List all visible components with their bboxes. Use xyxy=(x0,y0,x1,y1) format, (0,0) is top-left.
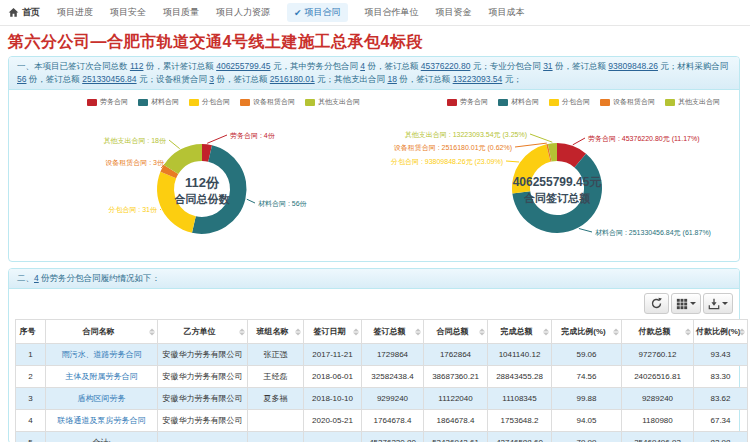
contract-name-link[interactable]: 联络通道及泵房劳务合同 xyxy=(46,410,158,432)
contract-count-donut-chart[interactable]: 劳务合同 : 4份材料合同 : 56份分包合同 : 31份设备租赁合同 : 3份… xyxy=(9,108,375,258)
sort-carets-icon[interactable] xyxy=(685,328,691,335)
label-leader-line xyxy=(160,209,161,210)
table-cell: 24026516.81 xyxy=(622,366,694,388)
sort-carets-icon[interactable] xyxy=(149,328,155,335)
contract-name-link[interactable]: 雨污水、道路劳务合同 xyxy=(46,344,158,366)
legend-item-1[interactable]: 材料合同 xyxy=(498,97,539,107)
summary-text-part: 份，累计签订总额 xyxy=(143,61,216,71)
table-cell: 1 xyxy=(16,344,46,366)
column-header-4[interactable]: 签订日期 xyxy=(304,320,362,344)
column-header-9[interactable]: 付款总额 xyxy=(622,320,694,344)
nav-item-0[interactable]: 项目进度 xyxy=(57,6,93,19)
legend-swatch xyxy=(498,99,508,106)
legend-item-2[interactable]: 分包合同 xyxy=(549,97,590,107)
contract-name-link[interactable]: 主体及附属劳务合同 xyxy=(46,366,158,388)
refresh-button[interactable] xyxy=(644,293,669,314)
nav-item-4[interactable]: ✔项目合同 xyxy=(287,3,348,22)
table-toolbar xyxy=(644,293,733,314)
legend-label: 其他支出合同 xyxy=(678,97,720,107)
legend-label: 劳务合同 xyxy=(100,97,128,107)
donut-center-title: 合同签订总额 xyxy=(523,192,591,205)
sort-carets-icon[interactable] xyxy=(295,328,301,335)
legend-swatch xyxy=(240,99,250,106)
legend-label: 分包合同 xyxy=(562,97,590,107)
summary-number-link[interactable]: 251330456.84 xyxy=(82,74,136,84)
summary-text-part: 元；其他支出合同 xyxy=(315,74,388,84)
column-header-6[interactable]: 合同总额 xyxy=(424,320,488,344)
summary-number-link[interactable]: 93809848.26 xyxy=(608,61,658,71)
nav-item-1[interactable]: 项目安全 xyxy=(110,6,146,19)
legend-item-2[interactable]: 分包合同 xyxy=(189,97,230,107)
summary-number-link[interactable]: 2516180.01 xyxy=(270,74,315,84)
slice-label: 设备租赁合同 : 2516180.01元 (0.62%) xyxy=(394,144,512,152)
sort-carets-icon[interactable] xyxy=(239,328,245,335)
table-cell: 2020-05-21 xyxy=(304,410,362,432)
summary-text-part: 元；材料采购合同 xyxy=(658,61,728,71)
home-link[interactable]: 首页 xyxy=(8,6,40,19)
columns-button[interactable] xyxy=(671,293,701,314)
sort-carets-icon[interactable] xyxy=(415,328,421,335)
table-cell: 82.98 xyxy=(694,432,748,442)
contracts-summary-text: 一、本项目已签订次合同总数 112 份，累计签订总额 406255799.45 … xyxy=(9,57,739,90)
sort-carets-icon[interactable] xyxy=(739,328,745,335)
sort-carets-icon[interactable] xyxy=(353,328,359,335)
table-cell: 1041140.12 xyxy=(488,344,552,366)
column-header-7[interactable]: 完成总额 xyxy=(488,320,552,344)
contract-amount-donut-chart[interactable]: 劳务合同 : 45376220.80元 (11.17%)材料合同 : 25133… xyxy=(375,108,740,258)
sort-carets-icon[interactable] xyxy=(613,328,619,335)
table-cell: 32582438.4 xyxy=(362,366,424,388)
table-cell: 安徽华力劳务有限公司 xyxy=(158,344,248,366)
home-icon xyxy=(8,7,19,18)
legend-item-3[interactable]: 设备租赁合同 xyxy=(600,97,655,107)
column-header-1[interactable]: 合同名称 xyxy=(46,320,158,344)
summary-number-link[interactable]: 13223093.54 xyxy=(453,74,503,84)
nav-item-6[interactable]: 项目资金 xyxy=(436,6,472,19)
export-button[interactable] xyxy=(703,293,733,314)
table-row-2: 3盾构区间劳务安徽华力劳务有限公司夏多福2018-10-109299240111… xyxy=(16,388,748,410)
slice-label: 其他支出合同 : 13223093.54元 (3.25%) xyxy=(405,131,527,139)
label-leader-line xyxy=(506,161,519,162)
summary-text-part: 份劳务分包合同履约情况如下： xyxy=(39,273,160,283)
nav-item-label: 项目质量 xyxy=(163,6,199,19)
nav-item-5[interactable]: 项目合作单位 xyxy=(365,6,419,19)
legend-swatch xyxy=(600,99,610,106)
legend-item-0[interactable]: 劳务合同 xyxy=(447,97,488,107)
legend-item-4[interactable]: 其他支出合同 xyxy=(665,97,720,107)
nav-item-2[interactable]: 项目质量 xyxy=(163,6,199,19)
legend-item-3[interactable]: 设备租赁合同 xyxy=(240,97,295,107)
column-header-8[interactable]: 完成比例(%) xyxy=(552,320,622,344)
legend-item-1[interactable]: 材料合同 xyxy=(138,97,179,107)
summary-number-link[interactable]: 45376220.80 xyxy=(421,61,471,71)
table-cell: 合计: xyxy=(46,432,158,442)
legend-label: 劳务合同 xyxy=(460,97,488,107)
sort-carets-icon[interactable] xyxy=(543,328,549,335)
column-header-5[interactable]: 签订总额 xyxy=(362,320,424,344)
summary-number-link[interactable]: 406255799.45 xyxy=(216,61,270,71)
nav-item-3[interactable]: 项目人力资源 xyxy=(216,6,270,19)
summary-number-link[interactable]: 31 xyxy=(543,61,552,71)
nav-item-7[interactable]: 项目成本 xyxy=(489,6,525,19)
column-header-3[interactable]: 班组名称 xyxy=(248,320,304,344)
legend-item-4[interactable]: 其他支出合同 xyxy=(305,97,360,107)
table-cell: 83.62 xyxy=(694,388,748,410)
column-header-10[interactable]: 付款比例(%) xyxy=(694,320,748,344)
contract-name-link[interactable]: 盾构区间劳务 xyxy=(46,388,158,410)
summary-number-link[interactable]: 18 xyxy=(387,74,396,84)
summary-number-link[interactable]: 112 xyxy=(130,61,144,71)
table-cell: 5 xyxy=(16,432,46,442)
column-header-label: 付款总额 xyxy=(639,327,671,336)
labor-contracts-table: 序号合同名称乙方单位班组名称签订日期签订总额合同总额完成总额完成比例(%)付款总… xyxy=(15,319,748,442)
slice-label: 分包合同 : 93809848.26元 (23.09%) xyxy=(390,158,503,166)
column-header-0[interactable]: 序号 xyxy=(16,320,46,344)
label-leader-line xyxy=(247,199,255,203)
nav-item-label: 项目资金 xyxy=(436,6,472,19)
column-header-2[interactable]: 乙方单位 xyxy=(158,320,248,344)
home-label: 首页 xyxy=(22,6,40,19)
sort-carets-icon[interactable] xyxy=(479,328,485,335)
column-header-label: 完成总额 xyxy=(501,327,533,336)
nav-item-label: 项目合作单位 xyxy=(365,6,419,19)
page-title: 第六分公司—合肥市轨道交通4号线土建施工总承包4标段 xyxy=(8,32,742,53)
charts-area: 劳务合同材料合同分包合同设备租赁合同其他支出合同 劳务合同材料合同分包合同设备租… xyxy=(9,90,739,261)
legend-item-0[interactable]: 劳务合同 xyxy=(87,97,128,107)
label-leader-line xyxy=(573,138,585,145)
